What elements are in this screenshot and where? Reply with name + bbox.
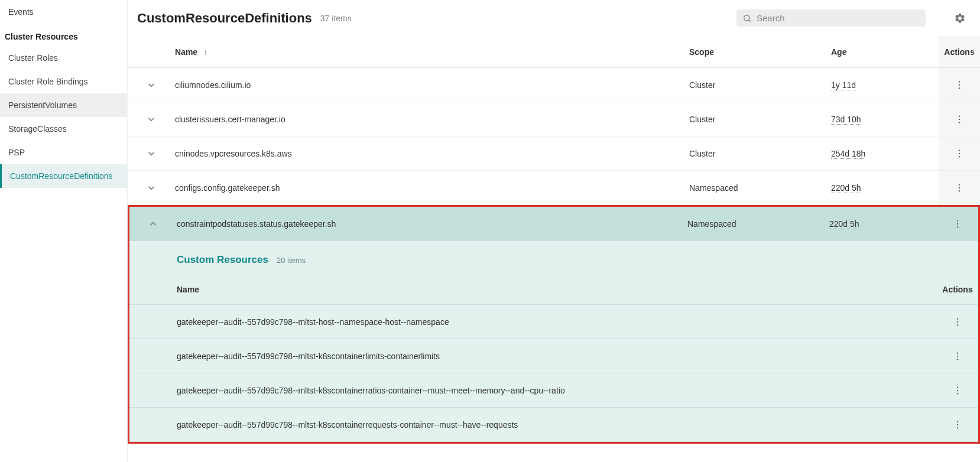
search-box[interactable] [736, 9, 926, 27]
svg-point-28 [957, 427, 958, 428]
svg-point-16 [957, 226, 958, 227]
nested-header: Custom Resources20 items [129, 241, 978, 274]
expand-toggle[interactable] [128, 148, 175, 159]
column-scope[interactable]: Scope [689, 47, 831, 57]
svg-point-8 [959, 149, 960, 151]
crd-name: clusterissuers.cert-manager.io [175, 115, 689, 124]
expanded-region: constraintpodstatuses.status.gatekeeper.… [128, 205, 980, 444]
sidebar: Events Cluster Resources Cluster RolesCl… [0, 0, 128, 462]
crd-age: 220d 5h [831, 183, 939, 193]
svg-point-17 [957, 318, 958, 319]
sidebar-item-customresourcedefinitions[interactable]: CustomResourceDefinitions [0, 164, 127, 188]
table-row[interactable]: clusterissuers.cert-manager.ioCluster73d… [128, 102, 980, 136]
row-actions-button[interactable] [939, 102, 980, 136]
crd-age: 1y 11d [831, 80, 939, 90]
column-name[interactable]: Name ↑ [175, 47, 689, 57]
table-row[interactable]: cninodes.vpcresources.k8s.awsCluster254d… [128, 136, 980, 171]
table-row[interactable]: constraintpodstatuses.status.gatekeeper.… [129, 207, 978, 241]
row-actions-button[interactable] [939, 136, 980, 170]
svg-point-2 [959, 81, 960, 82]
table-header-row: Name ↑ Scope Age Actions [128, 36, 980, 68]
nested-column-actions: Actions [937, 274, 978, 304]
row-actions-button[interactable] [937, 373, 978, 407]
svg-point-22 [957, 359, 958, 360]
svg-point-21 [957, 355, 958, 356]
svg-point-0 [744, 15, 749, 20]
crd-name: cninodes.vpcresources.k8s.aws [175, 149, 689, 158]
svg-point-12 [959, 187, 960, 188]
row-actions-button[interactable] [939, 171, 980, 204]
crd-table: Name ↑ Scope Age Actions ciliumnodes.cil… [128, 36, 980, 462]
nested-column-name[interactable]: Name [129, 285, 937, 294]
nested-row[interactable]: gatekeeper--audit--557d99c798--mltst-hos… [129, 305, 978, 339]
svg-point-27 [957, 424, 958, 425]
svg-point-7 [959, 122, 960, 123]
expand-toggle[interactable] [128, 80, 175, 90]
crd-scope: Namespaced [689, 183, 831, 193]
table-row[interactable]: configs.config.gatekeeper.shNamespaced22… [128, 171, 980, 205]
search-input[interactable] [757, 13, 920, 23]
svg-point-10 [959, 156, 960, 157]
svg-point-23 [957, 386, 958, 388]
svg-point-14 [957, 220, 958, 221]
table-row[interactable]: ciliumnodes.cilium.ioCluster1y 11d [128, 68, 980, 102]
crd-scope: Cluster [689, 80, 831, 90]
crd-name: constraintpodstatuses.status.gatekeeper.… [177, 219, 687, 229]
main-panel: CustomResourceDefinitions 37 items Name … [128, 0, 980, 462]
sidebar-item-cluster-roles[interactable]: Cluster Roles [0, 46, 127, 70]
sidebar-item-persistentvolumes[interactable]: PersistentVolumes [0, 93, 127, 117]
crd-scope: Namespaced [687, 219, 829, 229]
nested-row[interactable]: gatekeeper--audit--557d99c798--mltst-k8s… [129, 373, 978, 408]
crd-age: 220d 5h [829, 219, 937, 229]
svg-point-5 [959, 115, 960, 116]
crd-scope: Cluster [689, 149, 831, 158]
page-title: CustomResourceDefinitions [137, 11, 312, 26]
sidebar-item-storageclasses[interactable]: StorageClasses [0, 117, 127, 141]
svg-point-24 [957, 389, 958, 391]
row-actions-button[interactable] [937, 339, 978, 373]
expand-toggle[interactable] [128, 114, 175, 125]
svg-point-4 [959, 87, 960, 89]
nested-row[interactable]: gatekeeper--audit--557d99c798--mltst-k8s… [129, 408, 978, 442]
row-actions-button[interactable] [937, 207, 978, 240]
row-actions-button[interactable] [937, 408, 978, 441]
svg-point-3 [959, 84, 960, 85]
expand-toggle[interactable] [128, 183, 175, 193]
nested-row[interactable]: gatekeeper--audit--557d99c798--mltst-k8s… [129, 339, 978, 373]
sidebar-item-cluster-role-bindings[interactable]: Cluster Role Bindings [0, 70, 127, 93]
sidebar-item-events[interactable]: Events [0, 0, 127, 24]
sidebar-item-psp[interactable]: PSP [0, 141, 127, 164]
custom-resource-name: gatekeeper--audit--557d99c798--mltst-k8s… [129, 386, 937, 395]
row-actions-button[interactable] [939, 68, 980, 102]
svg-line-1 [749, 19, 751, 21]
crd-name: configs.config.gatekeeper.sh [175, 183, 689, 193]
sort-asc-icon: ↑ [203, 47, 207, 57]
crd-scope: Cluster [689, 115, 831, 124]
page-header: CustomResourceDefinitions 37 items [128, 0, 980, 36]
nested-title: Custom Resources [177, 254, 268, 266]
crd-name: ciliumnodes.cilium.io [175, 80, 689, 90]
settings-button[interactable] [954, 12, 966, 24]
nested-table-header: NameActions [129, 274, 978, 305]
svg-point-15 [957, 223, 958, 224]
custom-resource-name: gatekeeper--audit--557d99c798--mltst-k8s… [129, 352, 937, 361]
svg-point-11 [959, 184, 960, 185]
svg-point-18 [957, 321, 958, 322]
item-count: 37 items [320, 14, 352, 23]
svg-point-6 [959, 118, 960, 119]
svg-point-25 [957, 393, 958, 394]
nested-count: 20 items [277, 256, 306, 265]
custom-resource-name: gatekeeper--audit--557d99c798--mltst-k8s… [129, 420, 937, 430]
sidebar-section-cluster-resources: Cluster Resources [0, 24, 127, 46]
crd-age: 73d 10h [831, 115, 939, 124]
collapse-toggle[interactable] [129, 219, 177, 229]
svg-point-20 [957, 352, 958, 353]
svg-point-19 [957, 324, 958, 326]
column-actions: Actions [939, 36, 980, 67]
svg-point-9 [959, 152, 960, 154]
crd-age: 254d 18h [831, 149, 939, 158]
svg-point-13 [959, 190, 960, 191]
row-actions-button[interactable] [937, 305, 978, 339]
search-icon [742, 14, 752, 23]
column-age[interactable]: Age [831, 47, 939, 57]
